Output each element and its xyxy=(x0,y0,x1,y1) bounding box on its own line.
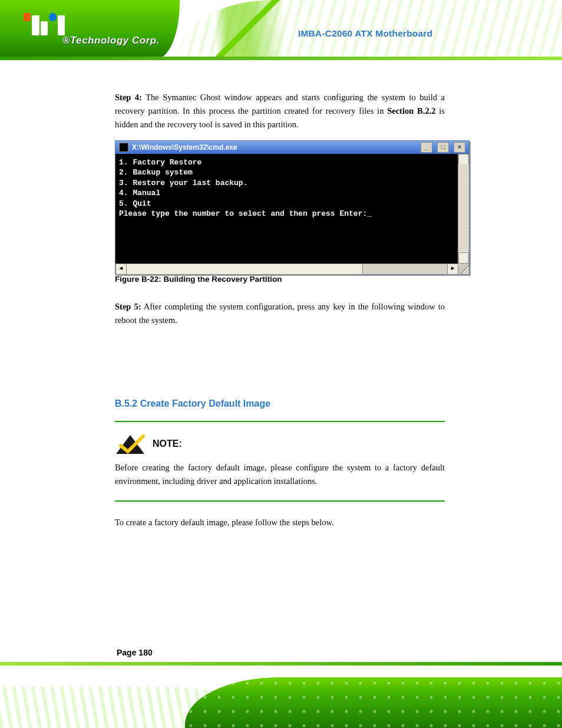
scroll-thumb[interactable] xyxy=(126,263,363,275)
vertical-scrollbar[interactable]: ▲ ▼ xyxy=(458,154,469,263)
step-5-label: Step 5: xyxy=(115,302,141,311)
step-4-section-ref: Section B.2.2 xyxy=(387,106,435,116)
cmd-line: 3. Restore your last backup. xyxy=(119,179,247,187)
cmd-window: X:\Windows\System32\cmd.exe _ □ × 1. Fac… xyxy=(115,140,470,275)
note-checkmark-icon xyxy=(115,434,146,455)
doc-title: IMBA-C2060 ATX Motherboard xyxy=(298,28,522,39)
scroll-left-icon[interactable]: ◄ xyxy=(115,263,127,275)
horizontal-scrollbar[interactable]: ◄ ► xyxy=(115,263,469,274)
step-5-text: After completing the system configuratio… xyxy=(115,302,445,325)
cmd-output: 1. Factory Restore 2. Backup system 3. R… xyxy=(119,157,465,219)
bottom-banner xyxy=(0,662,562,728)
scroll-track[interactable] xyxy=(458,164,469,253)
cmd-titlebar: X:\Windows\System32\cmd.exe _ □ × xyxy=(115,141,469,154)
note-block: NOTE: xyxy=(115,434,445,455)
page-number: Page 180 xyxy=(117,648,153,657)
cmd-line: 1. Factory Restore xyxy=(119,158,201,167)
cmd-screenshot: X:\Windows\System32\cmd.exe _ □ × 1. Fac… xyxy=(115,140,468,275)
note-divider-top xyxy=(115,421,445,422)
bottom-divider xyxy=(0,662,562,666)
iei-logo-icon xyxy=(24,13,65,35)
cmd-line: 2. Backup system xyxy=(119,168,193,177)
scroll-right-icon[interactable]: ► xyxy=(447,263,458,275)
brand-text: ®Technology Corp. xyxy=(62,35,160,45)
resize-grip-icon[interactable] xyxy=(458,263,469,274)
scroll-down-icon[interactable]: ▼ xyxy=(458,252,469,263)
figure-caption: Figure B-22: Building the Recovery Parti… xyxy=(115,275,445,284)
cmd-prompt-line[interactable]: Please type the number to select and the… xyxy=(119,209,372,218)
cmd-line: 4. Manual xyxy=(119,189,160,197)
step-4-paragraph: Step 4: The Symantec Ghost window appear… xyxy=(115,91,445,132)
cmd-line: 5. Quit xyxy=(119,199,151,208)
section-heading: B.5.2 Create Factory Default Image xyxy=(115,398,445,409)
step-4-label: Step 4: xyxy=(115,93,142,102)
cmd-body: 1. Factory Restore 2. Backup system 3. R… xyxy=(115,154,469,263)
bottom-pcb xyxy=(185,677,562,728)
note-title: NOTE: xyxy=(153,439,182,449)
close-button[interactable]: × xyxy=(454,142,465,153)
step-5-paragraph: Step 5: After completing the system conf… xyxy=(115,300,445,327)
cmd-app-icon xyxy=(119,143,128,152)
main-content: Step 4: The Symantec Ghost window appear… xyxy=(115,91,445,538)
note-divider-bottom xyxy=(115,500,445,502)
minimize-button[interactable]: _ xyxy=(421,142,432,153)
note-body: Before creating the factory default imag… xyxy=(115,461,445,488)
maximize-button[interactable]: □ xyxy=(437,142,449,153)
banner-divider xyxy=(0,57,562,60)
intro-paragraph: To create a factory default image, pleas… xyxy=(115,516,445,529)
cmd-title-text: X:\Windows\System32\cmd.exe xyxy=(132,143,237,151)
